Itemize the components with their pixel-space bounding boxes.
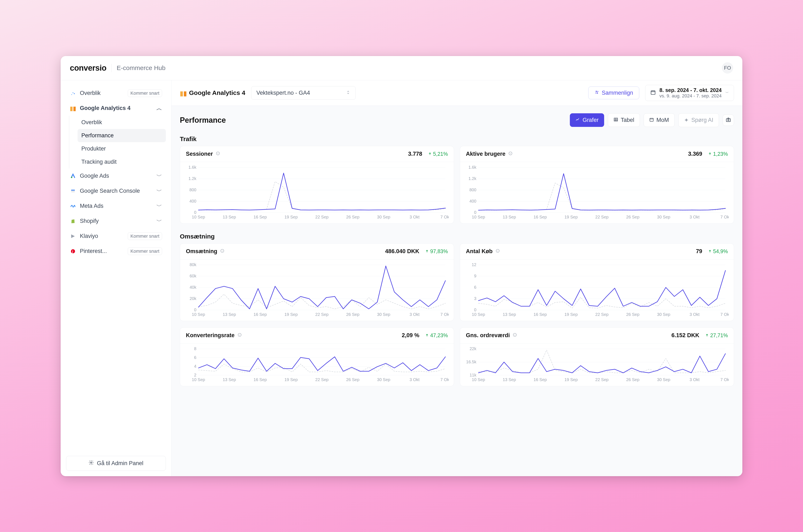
sidebar-item-label: Tracking audit xyxy=(81,159,117,165)
screenshot-button[interactable] xyxy=(723,115,734,126)
svg-text:7 Okt: 7 Okt xyxy=(441,312,449,317)
ga4-sub-performance[interactable]: Performance xyxy=(78,129,166,142)
card-revenue: Omsætning 486.040 DKK 97,83% 80k60k40k20… xyxy=(180,243,454,321)
view-tabel-button[interactable]: Tabel xyxy=(608,113,640,127)
svg-text:13 Sep: 13 Sep xyxy=(223,377,236,382)
admin-panel-button[interactable]: Gå til Admin Panel xyxy=(66,456,166,471)
info-icon[interactable] xyxy=(216,151,220,156)
ga4-icon: ▮▮ xyxy=(180,90,186,96)
svg-text:0: 0 xyxy=(474,210,477,215)
svg-text:40k: 40k xyxy=(190,285,197,289)
card-value: 6.152 DKK xyxy=(671,332,699,339)
svg-text:0: 0 xyxy=(194,307,197,312)
sidebar-item-label: Google Analytics 4 xyxy=(80,105,130,111)
svg-text:3 Okt: 3 Okt xyxy=(409,312,419,317)
svg-text:7 Okt: 7 Okt xyxy=(441,215,449,219)
svg-text:22 Sep: 22 Sep xyxy=(595,377,609,382)
svg-text:3 Okt: 3 Okt xyxy=(409,215,419,219)
chevron-up-icon: ︿ xyxy=(156,104,162,112)
sidebar-item-gsc[interactable]: Google Search Console ﹀ xyxy=(66,184,166,198)
chart-revenue: 80k60k40k20k010 Sep13 Sep16 Sep19 Sep22 … xyxy=(185,263,449,317)
svg-text:26 Sep: 26 Sep xyxy=(626,215,639,219)
svg-text:1.2k: 1.2k xyxy=(188,176,197,181)
sidebar-item-meta-ads[interactable]: Meta Ads ﹀ xyxy=(66,198,166,214)
sparkle-icon xyxy=(70,90,76,96)
sidebar-item-label: Overblik xyxy=(81,119,102,126)
svg-text:20k: 20k xyxy=(190,296,197,301)
view-grafer-button[interactable]: Grafer xyxy=(570,113,604,127)
sidebar-item-label: Performance xyxy=(81,132,114,139)
card-conversion-rate: Konverteringsrate 2,09 % 47,23% 864210 S… xyxy=(180,327,454,386)
svg-text:10 Sep: 10 Sep xyxy=(472,215,485,219)
card-active-users: Aktive brugere 3.369 1,23% 1.6k1.2k80040… xyxy=(460,146,734,224)
svg-text:400: 400 xyxy=(469,199,477,203)
sidebar-item-ga4[interactable]: ▮▮ Google Analytics 4 ︿ xyxy=(66,101,166,116)
svg-point-0 xyxy=(71,94,72,95)
body: Overblik Kommer snart ▮▮ Google Analytic… xyxy=(61,80,742,476)
camera-icon xyxy=(726,117,731,124)
page-title: Performance xyxy=(180,116,226,125)
calendar-icon xyxy=(650,90,656,96)
card-delta: 54,9% xyxy=(708,248,728,254)
svg-text:22 Sep: 22 Sep xyxy=(595,215,609,219)
google-ads-icon xyxy=(70,173,76,179)
calendar-icon xyxy=(649,117,654,124)
soon-badge: Kommer snart xyxy=(128,247,162,255)
svg-text:26 Sep: 26 Sep xyxy=(346,377,359,382)
svg-text:800: 800 xyxy=(189,188,197,192)
section-title-omsaetning: Omsætning xyxy=(171,230,742,243)
btn-label: MoM xyxy=(656,117,669,124)
svg-text:12: 12 xyxy=(472,263,477,267)
info-icon[interactable] xyxy=(513,333,517,338)
svg-text:7 Okt: 7 Okt xyxy=(721,377,729,382)
app-window: conversio E-commerce Hub FO Overblik Kom… xyxy=(61,56,742,476)
card-aov: Gns. ordreværdi 6.152 DKK 27,71% 22k16.5… xyxy=(460,327,734,386)
titlebar: conversio E-commerce Hub FO xyxy=(61,56,742,80)
svg-text:30 Sep: 30 Sep xyxy=(657,377,670,382)
shopify-icon xyxy=(70,218,76,224)
svg-text:30 Sep: 30 Sep xyxy=(377,215,390,219)
btn-label: Tabel xyxy=(621,117,634,124)
svg-text:3 Okt: 3 Okt xyxy=(409,377,419,382)
svg-text:19 Sep: 19 Sep xyxy=(284,215,298,219)
property-select[interactable]: Vektekspert.no - GA4 xyxy=(251,86,356,100)
svg-text:19 Sep: 19 Sep xyxy=(564,377,578,382)
svg-text:2: 2 xyxy=(194,373,197,377)
svg-point-3 xyxy=(71,177,72,178)
card-title: Konverteringsrate xyxy=(186,332,235,339)
avatar[interactable]: FO xyxy=(722,62,733,74)
admin-panel-label: Gå til Admin Panel xyxy=(97,460,143,467)
svg-rect-8 xyxy=(651,91,655,94)
card-sessions: Sessioner 3.778 5,21% 1.6k1.2k800400010 … xyxy=(180,146,454,224)
view-mom-button[interactable]: MoM xyxy=(643,113,675,127)
sidebar-item-shopify[interactable]: Shopify ﹀ xyxy=(66,214,166,229)
ga4-sub-tracking[interactable]: Tracking audit xyxy=(78,155,166,169)
sidebar-item-label: Google Ads xyxy=(80,173,109,179)
ga4-sub-produkter[interactable]: Produkter xyxy=(78,142,166,155)
info-icon[interactable] xyxy=(496,249,500,254)
compare-label: Sammenlign xyxy=(602,90,633,96)
svg-text:30 Sep: 30 Sep xyxy=(377,377,390,382)
date-range-button[interactable]: 8. sep. 2024 - 7. okt. 2024 vs. 9. aug. … xyxy=(645,85,734,101)
card-value: 3.778 xyxy=(408,151,423,157)
svg-text:16.5k: 16.5k xyxy=(466,360,477,364)
svg-text:22k: 22k xyxy=(470,347,477,351)
card-title: Antal Køb xyxy=(466,248,493,254)
svg-text:19 Sep: 19 Sep xyxy=(564,312,578,317)
chevron-down-icon: ﹀ xyxy=(156,172,162,180)
chevron-down-icon: ﹀ xyxy=(156,202,162,210)
svg-text:11k: 11k xyxy=(470,373,477,377)
sidebar-item-klaviyo: Klaviyo Kommer snart xyxy=(66,229,166,244)
info-icon[interactable] xyxy=(220,249,224,254)
svg-text:0: 0 xyxy=(194,210,197,215)
info-icon[interactable] xyxy=(508,151,512,156)
ask-ai-button[interactable]: ✦ Spørg AI xyxy=(678,113,719,127)
svg-rect-10 xyxy=(650,118,653,121)
svg-text:16 Sep: 16 Sep xyxy=(254,215,267,219)
compare-button[interactable]: Sammenlign xyxy=(588,87,639,99)
svg-text:0: 0 xyxy=(474,307,477,312)
ga4-sub-overblik[interactable]: Overblik xyxy=(78,116,166,129)
sidebar-item-google-ads[interactable]: Google Ads ﹀ xyxy=(66,169,166,184)
ga4-icon: ▮▮ xyxy=(70,105,76,111)
info-icon[interactable] xyxy=(238,333,242,338)
